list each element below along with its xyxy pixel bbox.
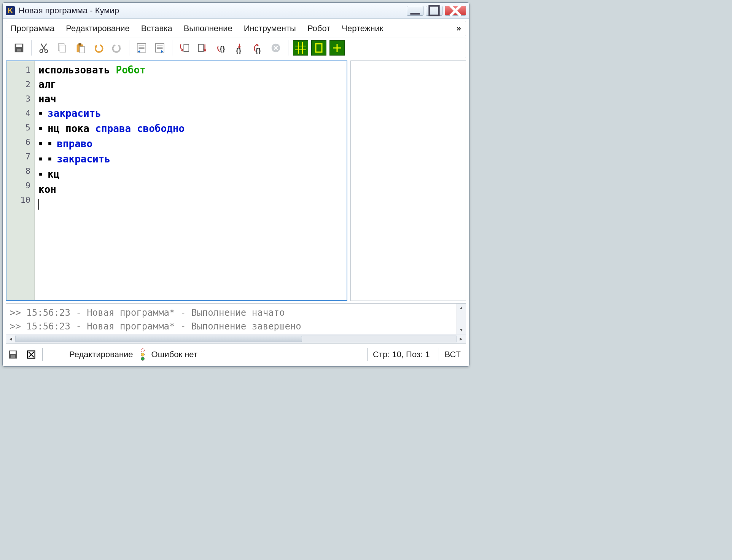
svg-text:{}: {}: [255, 46, 261, 54]
main-area: 12345678910 использовать Роботалгнач▪ за…: [3, 58, 469, 303]
line-number: 2: [6, 77, 30, 92]
svg-rect-26: [295, 42, 306, 54]
status-errors: Ошибок нет: [151, 350, 197, 360]
svg-point-5: [40, 50, 43, 53]
svg-rect-38: [11, 355, 15, 358]
menu-overflow[interactable]: »: [457, 24, 461, 33]
line-number: 6: [6, 135, 30, 150]
maximize-button[interactable]: [426, 6, 442, 16]
copy-icon[interactable]: [54, 40, 70, 56]
svg-rect-37: [10, 351, 16, 354]
line-number: 3: [6, 92, 30, 106]
scroll-right-icon[interactable]: ►: [457, 335, 466, 343]
svg-text:{}: {}: [220, 45, 225, 52]
code-line[interactable]: кон: [38, 182, 343, 197]
stop-icon[interactable]: [268, 40, 283, 56]
code-editor[interactable]: 12345678910 использовать Роботалгнач▪ за…: [6, 60, 347, 301]
menu-draftsman[interactable]: Чертежник: [342, 24, 383, 33]
svg-rect-21: [199, 45, 204, 52]
svg-rect-12: [137, 44, 146, 52]
svg-rect-16: [156, 44, 164, 52]
code-line[interactable]: ▪ нц пока справа свободно: [38, 121, 343, 137]
output-console: >> 15:56:23 - Новая программа* - Выполне…: [6, 303, 466, 344]
menu-program[interactable]: Программа: [11, 24, 54, 33]
cut-icon[interactable]: [36, 40, 51, 56]
run-fast-icon[interactable]: {}: [250, 40, 265, 56]
save-icon[interactable]: [11, 40, 27, 56]
redo-icon[interactable]: [109, 40, 124, 56]
status-save-icon[interactable]: [6, 348, 20, 361]
scroll-up-icon[interactable]: ▲: [457, 304, 466, 312]
app-window: K Новая программа - Кумир Программа Реда…: [2, 2, 469, 367]
line-number: 1: [6, 63, 30, 77]
step-into-icon[interactable]: [177, 40, 192, 56]
svg-rect-10: [78, 43, 81, 46]
menu-tools[interactable]: Инструменты: [244, 24, 296, 33]
paste-icon[interactable]: [73, 40, 88, 56]
code-line[interactable]: нач: [38, 92, 343, 106]
code-content[interactable]: использовать Роботалгнач▪ закрасить▪ нц …: [35, 61, 347, 300]
window-controls: [407, 6, 466, 16]
robot-grid-icon[interactable]: [293, 40, 308, 56]
minimize-button[interactable]: [407, 6, 423, 16]
status-bar: Редактирование Ошибок нет Стр: 10, Поз: …: [6, 346, 466, 363]
scroll-thumb[interactable]: [16, 336, 302, 342]
svg-rect-3: [16, 45, 22, 48]
toolbar: {} {} {}: [6, 38, 466, 58]
robot-field-icon[interactable]: [311, 40, 326, 56]
line-number: 5: [6, 121, 30, 135]
close-button[interactable]: [445, 6, 466, 16]
code-line[interactable]: ▪ ▪ вправо: [38, 137, 343, 152]
line-number: 7: [6, 150, 30, 164]
code-line[interactable]: использовать Робот: [38, 63, 343, 77]
svg-point-6: [45, 50, 48, 53]
line-gutter: 12345678910: [6, 61, 35, 300]
svg-text:{}: {}: [236, 46, 242, 54]
undo-icon[interactable]: [91, 40, 106, 56]
scroll-left-icon[interactable]: ◄: [6, 335, 15, 343]
side-panel: [350, 60, 466, 301]
menu-edit[interactable]: Редактирование: [66, 24, 130, 33]
line-number: 4: [6, 106, 30, 121]
status-insert-mode: ВСТ: [439, 348, 466, 361]
status-cancel-icon[interactable]: [24, 348, 38, 361]
svg-rect-8: [60, 45, 65, 52]
code-line[interactable]: алг: [38, 77, 343, 92]
svg-rect-4: [17, 49, 21, 52]
menu-run[interactable]: Выполнение: [184, 24, 232, 33]
indent-left-icon[interactable]: [134, 40, 149, 56]
title-bar: K Новая программа - Кумир: [3, 3, 469, 19]
window-title: Новая программа - Кумир: [19, 6, 407, 16]
indent-right-icon[interactable]: [152, 40, 167, 56]
line-number: 9: [6, 178, 30, 193]
app-icon: K: [6, 6, 15, 15]
run-to-icon[interactable]: {}: [232, 40, 247, 56]
robot-pen-icon[interactable]: [329, 40, 345, 56]
traffic-light-icon: [141, 348, 145, 361]
svg-rect-11: [80, 46, 84, 53]
line-number: 8: [6, 164, 30, 178]
menu-bar: Программа Редактирование Вставка Выполне…: [6, 21, 466, 36]
code-line[interactable]: ▪ кц: [38, 167, 343, 182]
svg-rect-20: [184, 45, 189, 52]
menu-robot[interactable]: Робот: [307, 24, 330, 33]
menu-insert[interactable]: Вставка: [141, 24, 172, 33]
run-icon[interactable]: {}: [213, 40, 229, 56]
line-number: 10: [6, 193, 30, 207]
status-mode: Редактирование: [69, 350, 133, 360]
step-over-icon[interactable]: [195, 40, 210, 56]
text-cursor: [38, 199, 39, 210]
code-line[interactable]: ▪ ▪ закрасить: [38, 152, 343, 167]
console-text: >> 15:56:23 - Новая программа* - Выполне…: [6, 304, 466, 334]
code-line[interactable]: ▪ закрасить: [38, 106, 343, 121]
code-line[interactable]: [38, 197, 343, 211]
scroll-down-icon[interactable]: ▼: [457, 326, 466, 334]
console-vscrollbar[interactable]: ▲ ▼: [457, 304, 466, 334]
status-position: Стр: 10, Поз: 1: [367, 348, 435, 361]
svg-rect-1: [429, 6, 439, 15]
console-hscrollbar[interactable]: ◄ ►: [6, 334, 466, 343]
